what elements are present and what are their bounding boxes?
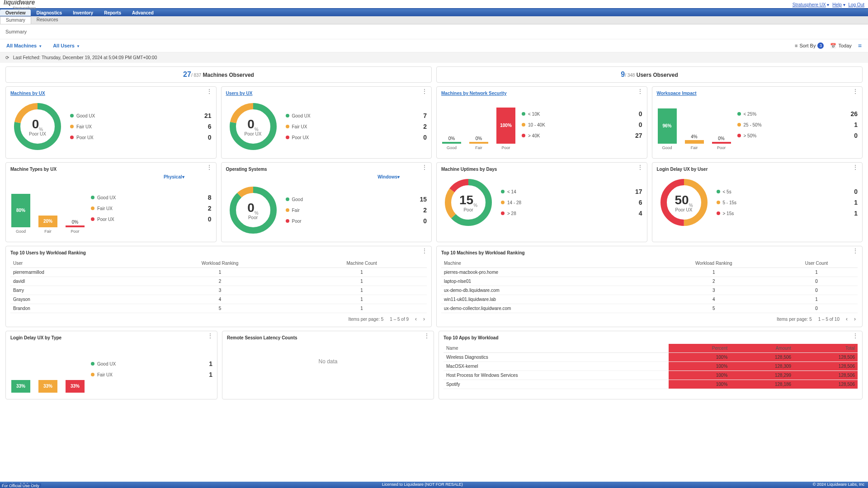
tab-advanced[interactable]: Advanced bbox=[127, 9, 159, 16]
legend-dot bbox=[286, 136, 289, 139]
table-row[interactable]: ux-demo-collector.liquidware.com50 bbox=[441, 304, 858, 313]
legend-dot bbox=[91, 373, 94, 376]
pager: Items per page: 51 – 5 of 10‹› bbox=[441, 313, 858, 322]
tab-diagnostics[interactable]: Diagnostics bbox=[31, 9, 67, 16]
nav-secondary: Summary Resources bbox=[0, 16, 868, 24]
legend-dot bbox=[501, 211, 505, 215]
table-row[interactable]: Grayson41 bbox=[10, 295, 427, 304]
pager-prev-icon[interactable]: ‹ bbox=[846, 316, 848, 322]
brand-logo: liquidwareStratusphere bbox=[4, 0, 36, 10]
card-menu-icon[interactable]: ⋮ bbox=[852, 89, 859, 93]
subtab-resources[interactable]: Resources bbox=[31, 16, 64, 24]
legend-row: Good UX1 bbox=[91, 360, 212, 367]
legend-dot bbox=[717, 190, 720, 193]
legend-dot bbox=[70, 136, 74, 139]
top-links: Stratusphere UX ▾ Help ▾ Log Out bbox=[791, 2, 864, 7]
donut-chart: 0%Poor UX bbox=[10, 99, 65, 154]
legend-row: Poor UX0 bbox=[91, 216, 212, 223]
filter-users[interactable]: All Users▼ bbox=[53, 43, 80, 48]
refresh-icon[interactable]: ⟳ bbox=[5, 55, 9, 60]
legend-dot bbox=[737, 134, 741, 137]
table-row[interactable]: Wireless Diagnostics100%128,506128,506 bbox=[443, 353, 858, 362]
table-row[interactable]: MacOSX-kernel100%128,309128,506 bbox=[443, 362, 858, 371]
legend-dot bbox=[286, 114, 289, 117]
legend-dot bbox=[91, 217, 94, 221]
card-menu-icon[interactable]: ⋮ bbox=[421, 165, 428, 169]
data-table: UserWorkload RankingMachine Countpierrem… bbox=[10, 259, 427, 313]
table-row[interactable]: laptop-nlse0120 bbox=[441, 277, 858, 286]
legend-dot bbox=[286, 125, 289, 128]
bar-chart: 33%33%33% bbox=[10, 349, 85, 394]
pager-prev-icon[interactable]: ‹ bbox=[415, 316, 417, 322]
card-menu-icon[interactable]: ⋮ bbox=[637, 165, 643, 169]
table-row[interactable]: pierres-macbook-pro.home11 bbox=[441, 268, 858, 277]
table-row[interactable]: Barry31 bbox=[10, 286, 427, 295]
card-title[interactable]: Machines by UX bbox=[10, 91, 45, 96]
legend-row: 14 - 286 bbox=[501, 199, 642, 206]
pager-next-icon[interactable]: › bbox=[854, 316, 856, 322]
link-logout[interactable]: Log Out bbox=[848, 2, 864, 7]
tab-inventory[interactable]: Inventory bbox=[67, 9, 99, 16]
os-dropdown[interactable]: Windows ▾ bbox=[226, 174, 400, 179]
card-top-apps: Top 10 Apps by Workload ⋮ NamePercentAmo… bbox=[439, 331, 863, 399]
card-machines-by-ux: Machines by UX ⋮ 0%Poor UXGood UX21Fair … bbox=[5, 86, 217, 159]
card-title: Operating Systems bbox=[226, 167, 267, 172]
table-row[interactable]: pierremarmillod11 bbox=[10, 268, 427, 277]
filter-machines[interactable]: All Machines▼ bbox=[6, 43, 42, 48]
legend-row: Good UX8 bbox=[91, 194, 212, 201]
settings-icon[interactable]: ≡ bbox=[858, 42, 862, 49]
legend-dot bbox=[522, 134, 525, 137]
card-menu-icon[interactable]: ⋮ bbox=[206, 165, 212, 169]
card-top-machines: Top 10 Machines by Workload Ranking ⋮ Ma… bbox=[436, 246, 863, 327]
legend-dot bbox=[501, 201, 505, 204]
card-machine-types: Machine Types by UX ⋮ Physical ▾ 80%Good… bbox=[5, 162, 217, 242]
card-menu-icon[interactable]: ⋮ bbox=[206, 89, 212, 93]
tab-overview[interactable]: Overview bbox=[0, 9, 31, 16]
card-title[interactable]: Users by UX bbox=[226, 91, 253, 96]
date-picker[interactable]: 📅Today bbox=[830, 43, 851, 49]
subtab-summary[interactable]: Summary bbox=[0, 16, 31, 24]
table-row[interactable]: Brandon51 bbox=[10, 304, 427, 313]
pager-next-icon[interactable]: › bbox=[423, 316, 425, 322]
link-help[interactable]: Help bbox=[832, 2, 842, 7]
legend-dot bbox=[70, 114, 74, 117]
legend-row: Poor UX0 bbox=[70, 134, 212, 141]
link-stratusphere-ux[interactable]: Stratusphere UX bbox=[793, 2, 826, 7]
legend-dot bbox=[91, 196, 94, 199]
legend-dot bbox=[70, 125, 74, 128]
card-menu-icon[interactable]: ⋮ bbox=[637, 89, 643, 93]
card-menu-icon[interactable]: ⋮ bbox=[852, 334, 859, 338]
bar-chart: 96%Good4%Fair0%Poor bbox=[657, 105, 732, 150]
card-title[interactable]: Workspace Impact bbox=[657, 91, 697, 96]
card-title[interactable]: Machines by Network Security bbox=[441, 91, 507, 96]
legend-dot bbox=[737, 123, 741, 127]
card-menu-icon[interactable]: ⋮ bbox=[424, 334, 430, 338]
card-title: Remote Session Latency Counts bbox=[227, 335, 297, 340]
table-row[interactable]: win11-uk01.liquidware.lab41 bbox=[441, 295, 858, 304]
card-users-by-ux: Users by UX ⋮ 0%Poor UXGood UX7Fair UX2P… bbox=[221, 86, 432, 159]
table-row[interactable]: Spotify100%128,186128,506 bbox=[443, 380, 858, 389]
no-data-label: No data bbox=[227, 340, 429, 383]
legend-row: Poor0 bbox=[286, 217, 427, 225]
card-remote-latency: Remote Session Latency Counts ⋮ No data bbox=[222, 331, 434, 399]
sort-by-button[interactable]: ≡Sort By3 bbox=[795, 42, 824, 49]
card-operating-systems: Operating Systems ⋮ Windows ▾ 0%PoorGood… bbox=[221, 162, 432, 242]
card-login-delay-type: Login Delay UX by Type ⋮ 33%33%33%Good U… bbox=[5, 331, 217, 399]
card-menu-icon[interactable]: ⋮ bbox=[421, 89, 428, 93]
card-title: Top 10 Apps by Workload bbox=[443, 335, 499, 340]
tab-reports[interactable]: Reports bbox=[99, 9, 127, 16]
legend-row: > 15s1 bbox=[717, 210, 858, 217]
table-row[interactable]: davidl21 bbox=[10, 277, 427, 286]
card-menu-icon[interactable]: ⋮ bbox=[421, 249, 428, 253]
table-row[interactable]: Host Process for Windows Services100%128… bbox=[443, 371, 858, 380]
machine-type-dropdown[interactable]: Physical ▾ bbox=[10, 174, 184, 179]
table-row[interactable]: ux-demo-db.liquidware.com30 bbox=[441, 286, 858, 295]
legend-row: 5 - 15s1 bbox=[717, 199, 858, 206]
card-menu-icon[interactable]: ⋮ bbox=[852, 249, 859, 253]
legend-row: Fair UX2 bbox=[286, 123, 427, 130]
card-menu-icon[interactable]: ⋮ bbox=[207, 334, 213, 338]
card-workspace-impact: Workspace Impact ⋮ 96%Good4%Fair0%Poor< … bbox=[652, 86, 863, 159]
card-top-users: Top 10 Users by Workload Ranking ⋮ UserW… bbox=[5, 246, 432, 327]
donut-chart: 15%Poor bbox=[441, 175, 495, 230]
card-menu-icon[interactable]: ⋮ bbox=[852, 165, 859, 169]
